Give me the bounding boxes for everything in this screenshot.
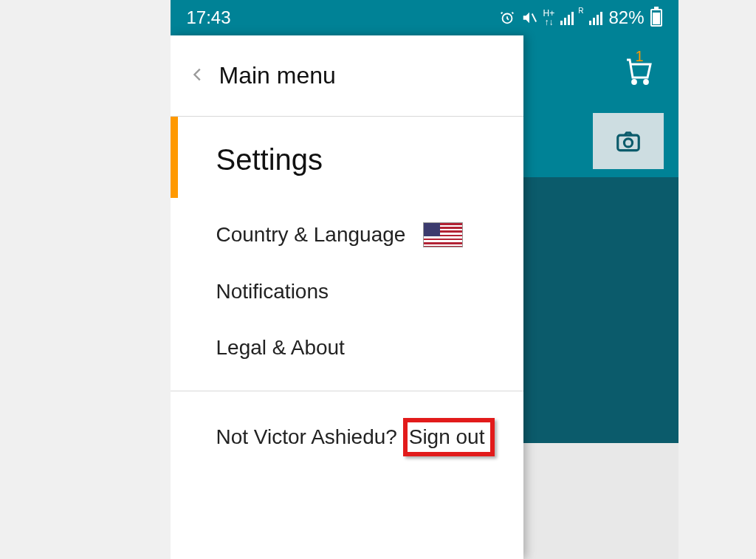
battery-icon [650,9,662,27]
legal-about-label: Legal & About [216,336,345,360]
status-icons: H+↑↓ R 82% [499,7,662,28]
menu-item-country-language[interactable]: Country & Language [171,206,523,264]
signout-link[interactable]: Sign out [403,418,495,456]
svg-line-1 [532,14,536,22]
signal-icon-2 [589,10,602,25]
status-time: 17:43 [187,7,231,28]
signout-prefix: Not Victor Ashiedu? [216,425,403,448]
svg-point-3 [644,80,647,83]
settings-heading: Settings [171,136,523,206]
signal-icon-1 [560,10,574,25]
signout-label: Sign out [409,425,485,448]
menu-panel: Main menu Settings Country & Language No… [171,35,523,559]
mute-vibrate-icon [521,10,537,26]
us-flag-icon [423,222,463,247]
signout-row[interactable]: Not Victor Ashiedu? Sign out [171,391,523,473]
cart-button[interactable]: 1 [619,51,658,89]
camera-search-button[interactable] [593,113,664,169]
phone-frame: 17:43 H+↑↓ R 82% 1 [171,0,678,559]
alarm-icon [499,10,515,26]
svg-rect-4 [617,135,639,151]
svg-point-2 [632,80,636,83]
menu-item-legal-about[interactable]: Legal & About [171,320,523,376]
active-indicator [171,117,178,198]
notifications-label: Notifications [216,280,329,303]
back-chevron-icon[interactable] [190,63,206,89]
svg-point-5 [624,138,632,146]
battery-percent: 82% [608,7,644,28]
country-language-label: Country & Language [216,223,406,247]
cart-count: 1 [636,48,644,65]
panel-header[interactable]: Main menu [171,35,523,117]
network-type-label: H+↑↓ [543,9,555,27]
status-bar: 17:43 H+↑↓ R 82% [171,0,678,35]
panel-title: Main menu [219,62,336,89]
menu-item-notifications[interactable]: Notifications [171,264,523,320]
panel-body: Settings Country & Language Notification… [171,117,523,473]
roaming-label: R [578,7,583,15]
